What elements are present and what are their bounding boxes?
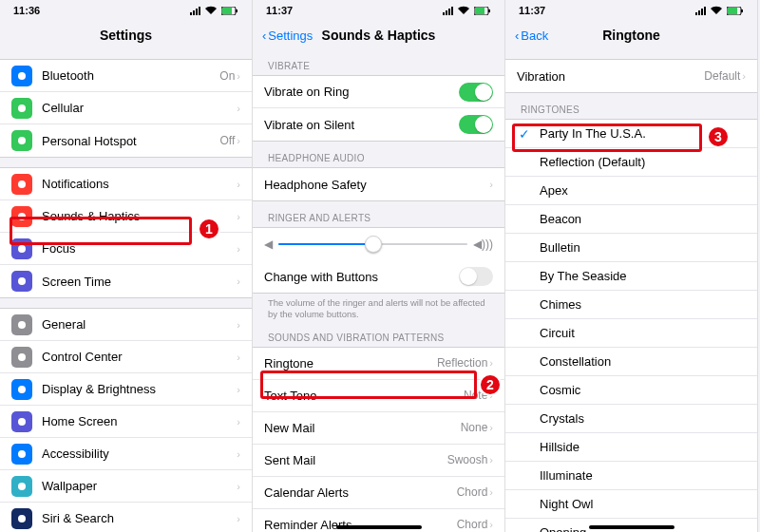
row-label: Focus xyxy=(42,241,237,256)
app-icon xyxy=(11,130,32,151)
clock: 11:37 xyxy=(266,5,293,16)
signal-icon xyxy=(443,7,453,15)
toggle-vibrate-ring[interactable] xyxy=(459,83,493,102)
ringtone-scroll[interactable]: Vibration Default › Ringtones ✓Party In … xyxy=(505,49,757,532)
pattern-row[interactable]: Calendar AlertsChord› xyxy=(253,477,504,509)
pattern-row[interactable]: Text ToneNote› xyxy=(253,380,504,412)
navbar: ‹Settings Sounds & Haptics xyxy=(253,21,504,49)
pattern-row[interactable]: New MailNone› xyxy=(253,412,504,445)
ringtone-label: Crystals xyxy=(540,411,746,426)
row-label: Sent Mail xyxy=(264,453,447,467)
back-button[interactable]: ‹Settings xyxy=(262,28,313,43)
speaker-low-icon: ◀ xyxy=(264,238,273,251)
row-label: Personal Hotspot xyxy=(42,134,220,148)
row-value: Reflection xyxy=(437,356,487,370)
ringtone-row[interactable]: Circuit xyxy=(505,319,757,348)
toggle-vibrate-silent[interactable] xyxy=(459,115,493,134)
ringtone-label: Bulletin xyxy=(540,240,746,255)
row-value: None xyxy=(461,421,488,434)
app-icon xyxy=(11,476,32,497)
ringtone-row[interactable]: Apex xyxy=(505,177,757,205)
ringtone-row[interactable]: Beacon xyxy=(505,205,757,234)
sounds-scroll[interactable]: Vibrate Vibrate on Ring Vibrate on Silen… xyxy=(253,49,504,532)
group-vibrate: Vibrate on Ring Vibrate on Silent xyxy=(253,75,504,142)
row-label: Ringtone xyxy=(264,356,437,370)
pattern-row[interactable]: Sent MailSwoosh› xyxy=(253,445,504,477)
chevron-right-icon: › xyxy=(237,513,240,524)
settings-row[interactable]: Screen Time› xyxy=(0,265,252,297)
ringtone-row[interactable]: Bulletin xyxy=(505,234,757,262)
svg-point-11 xyxy=(18,353,26,361)
ringtone-label: Chimes xyxy=(540,297,746,312)
app-icon xyxy=(11,444,32,465)
settings-row[interactable]: Display & Brightness› xyxy=(0,373,252,406)
svg-point-9 xyxy=(18,277,26,285)
chevron-right-icon: › xyxy=(489,454,493,466)
section-header-patterns: Sounds and Vibration Patterns xyxy=(253,321,504,347)
chevron-right-icon: › xyxy=(237,276,240,287)
ringtone-row[interactable]: Night Owl xyxy=(505,490,757,519)
page-title: Settings xyxy=(100,28,152,43)
statusbar: 11:37 xyxy=(253,0,504,21)
ringtone-row[interactable]: Cosmic xyxy=(505,376,757,405)
settings-scroll[interactable]: BluetoothOn›Cellular›Personal HotspotOff… xyxy=(0,49,252,532)
settings-row[interactable]: Wallpaper› xyxy=(0,470,252,503)
svg-point-15 xyxy=(18,483,26,490)
row-label: Siri & Search xyxy=(42,511,237,525)
chevron-right-icon: › xyxy=(489,357,493,369)
toggle-change-with-buttons[interactable] xyxy=(459,267,493,286)
chevron-right-icon: › xyxy=(237,416,240,428)
settings-row[interactable]: BluetoothOn› xyxy=(0,60,252,92)
ringtone-row[interactable]: Constellation xyxy=(505,348,757,376)
ringtone-label: Illuminate xyxy=(540,468,746,483)
ringtone-row[interactable]: Hillside xyxy=(505,433,757,462)
ringtone-row[interactable]: By The Seaside xyxy=(505,262,757,291)
svg-rect-24 xyxy=(728,8,737,14)
row-value: Swoosh xyxy=(447,453,488,466)
row-vibration[interactable]: Vibration Default › xyxy=(505,60,757,92)
ringtone-label: Cosmic xyxy=(540,383,746,397)
phone-settings: 11:36 Settings BluetoothOn›Cellular›Pers… xyxy=(0,0,253,532)
page-title: Ringtone xyxy=(602,28,660,43)
row-label: Home Screen xyxy=(42,414,237,428)
section-header-ringtones: Ringtones xyxy=(505,93,757,119)
volume-slider[interactable] xyxy=(278,243,467,245)
svg-point-13 xyxy=(18,418,26,426)
settings-row[interactable]: Cellular› xyxy=(0,92,252,124)
chevron-right-icon: › xyxy=(742,70,746,82)
settings-row[interactable]: Personal HotspotOff› xyxy=(0,124,252,157)
svg-point-3 xyxy=(18,72,26,80)
app-icon xyxy=(11,411,32,432)
settings-row[interactable]: Accessibility› xyxy=(0,438,252,470)
pattern-row[interactable]: RingtoneReflection› xyxy=(253,348,504,380)
svg-rect-22 xyxy=(488,10,490,12)
wifi-icon xyxy=(204,6,218,15)
group-ringer: ◀ ◀))) Change with Buttons xyxy=(253,227,504,294)
row-headphone-safety[interactable]: Headphone Safety › xyxy=(253,168,504,200)
ringtone-row[interactable]: Chimes xyxy=(505,291,757,319)
statusbar: 11:36 xyxy=(0,0,252,21)
ringtone-row[interactable]: Reflection (Default) xyxy=(505,148,757,177)
app-icon xyxy=(11,347,32,368)
chevron-right-icon: › xyxy=(489,422,493,433)
settings-row[interactable]: Notifications› xyxy=(0,168,252,200)
row-label: General xyxy=(42,317,237,332)
chevron-right-icon: › xyxy=(237,243,240,255)
ringtone-row[interactable]: Illuminate xyxy=(505,462,757,490)
settings-group-general: General›Control Center›Display & Brightn… xyxy=(0,308,252,532)
svg-point-6 xyxy=(18,180,26,188)
battery-icon xyxy=(221,7,238,15)
row-vibrate-ring[interactable]: Vibrate on Ring xyxy=(253,76,504,108)
settings-row[interactable]: Siri & Search› xyxy=(0,503,252,532)
ringtone-row[interactable]: Crystals xyxy=(505,405,757,433)
row-vibrate-silent[interactable]: Vibrate on Silent xyxy=(253,108,504,141)
speaker-high-icon: ◀))) xyxy=(473,238,493,251)
row-change-with-buttons[interactable]: Change with Buttons xyxy=(253,260,504,293)
chevron-right-icon: › xyxy=(237,481,240,492)
settings-row[interactable]: Control Center› xyxy=(0,341,252,373)
back-button[interactable]: ‹Back xyxy=(515,28,548,43)
settings-row[interactable]: Home Screen› xyxy=(0,406,252,438)
group-headphone: Headphone Safety › xyxy=(253,167,504,201)
chevron-right-icon: › xyxy=(237,211,240,222)
settings-row[interactable]: General› xyxy=(0,309,252,341)
